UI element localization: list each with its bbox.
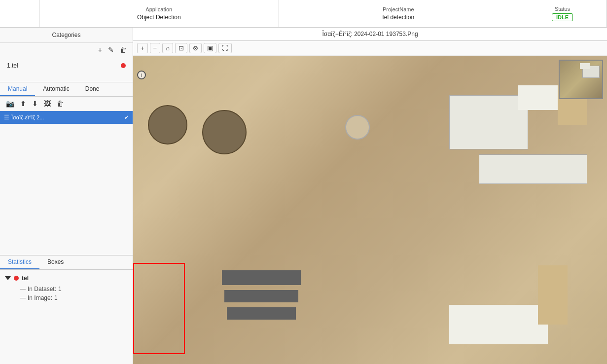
list-icon: ☰ (4, 114, 9, 121)
category-color-dot (121, 63, 126, 68)
app-value: Object Detection (137, 14, 181, 21)
detection-bbox (133, 263, 185, 354)
status-col: Status IDLE (518, 0, 607, 27)
project-value: tel detection (382, 14, 414, 21)
in-image-value: 1 (54, 294, 58, 301)
category-index: 1. (7, 62, 12, 69)
delete-category-button[interactable]: 🗑 (118, 45, 129, 55)
in-dataset-value: 1 (58, 286, 62, 292)
fullscreen-button[interactable]: ⛶ (218, 43, 232, 53)
categories-body: 1. tel (0, 57, 133, 82)
building-main (449, 95, 528, 149)
checkmark-icon: ✓ (124, 114, 129, 121)
statistics-section: Statistics Boxes tel In Dataset: 1 In Im… (0, 255, 133, 364)
image-title-bar: Ĭσαĭζ−Ēĭ°ĭζ: 2024-02-01 193753.Png (133, 28, 607, 41)
annotation-name: Ĭσαĭζ-εĭ°ĭζ 2... (11, 114, 44, 120)
building-long (479, 154, 587, 184)
app-label: Application (145, 6, 172, 12)
stats-tab-boxes[interactable]: Boxes (39, 255, 71, 269)
categories-title: Categories (52, 32, 80, 38)
home-button[interactable]: ⌂ (162, 43, 173, 53)
application-col: Application Object Detection (39, 0, 279, 27)
download-btn[interactable]: ⬇ (30, 99, 40, 109)
camera-btn[interactable]: 📷 (4, 99, 16, 109)
thumbnail-overlay (559, 60, 603, 99)
categories-header: Categories (0, 28, 133, 43)
stats-category-name: tel (22, 275, 29, 282)
image-canvas-area[interactable]: i (133, 56, 607, 364)
tab-manual[interactable]: Manual (0, 82, 35, 96)
circle-center (202, 110, 247, 154)
header-bar: Application Object Detection ProjectName… (0, 0, 607, 28)
image-toolbar: + − ⌂ ⊡ ⊗ ▣ ⛶ (133, 41, 607, 56)
image-btn[interactable]: 🖼 (42, 99, 53, 109)
annotation-toolbar: 📷 ⬆ ⬇ 🖼 🗑 (0, 97, 133, 111)
category-item[interactable]: 1. tel (2, 59, 131, 72)
categories-toolbar: + ✎ 🗑 (0, 43, 133, 57)
category-name: tel (12, 62, 18, 69)
left-panel: Categories + ✎ 🗑 1. tel Manual Automatic… (0, 28, 133, 364)
stats-category-row: tel (5, 275, 128, 282)
stats-body: tel In Dataset: 1 In Image: 1 (0, 270, 133, 364)
thumb-building-2 (580, 63, 590, 69)
select-button[interactable]: ▣ (204, 43, 216, 53)
annotation-section: Manual Automatic Done 📷 ⬆ ⬇ 🖼 🗑 ☰ Ĭσαĭζ-… (0, 82, 133, 255)
edit-category-button[interactable]: ✎ (106, 45, 116, 55)
stats-details: In Dataset: 1 In Image: 1 (5, 286, 128, 301)
info-overlay: i (137, 71, 146, 79)
image-viewer: Ĭσαĭζ−Ēĭ°ĭζ: 2024-02-01 193753.Png + − ⌂… (133, 28, 607, 364)
expand-icon (5, 276, 11, 280)
main-layout: Categories + ✎ 🗑 1. tel Manual Automatic… (0, 28, 607, 364)
image-title: Ĭσαĭζ−Ēĭ°ĭζ: 2024-02-01 193753.Png (322, 31, 418, 37)
tab-done[interactable]: Done (77, 82, 107, 96)
thumbnail-image (560, 61, 602, 98)
stats-image-row: In Image: 1 (20, 294, 128, 301)
building-bottom-right (449, 305, 548, 344)
zoom-in-button[interactable]: + (137, 43, 148, 53)
annotation-tab-bar: Manual Automatic Done (0, 82, 133, 97)
vehicles-row (222, 270, 301, 285)
zoom-out-button[interactable]: − (150, 43, 161, 53)
satellite-dish (345, 115, 370, 140)
vehicles-row-3 (227, 307, 296, 320)
vehicles-row-2 (224, 290, 298, 302)
trash-btn[interactable]: 🗑 (55, 99, 66, 109)
building-annex (518, 85, 558, 110)
in-dataset-label: In Dataset: (28, 286, 56, 292)
upload-btn[interactable]: ⬆ (18, 99, 28, 109)
fit-button[interactable]: ⊡ (175, 43, 187, 53)
categories-section: Categories + ✎ 🗑 1. tel (0, 28, 133, 82)
circle-left (148, 105, 187, 145)
annotation-item[interactable]: ☰ Ĭσαĭζ-εĭ°ĭζ 2... ✓ (0, 111, 133, 124)
add-category-button[interactable]: + (96, 45, 104, 55)
project-col: ProjectName tel detection (279, 0, 519, 27)
stats-color-dot (14, 276, 19, 281)
road-marking (538, 265, 568, 325)
status-label: Status (555, 6, 570, 12)
tab-automatic[interactable]: Automatic (35, 82, 77, 96)
lock-button[interactable]: ⊗ (189, 43, 202, 53)
status-badge: IDLE (552, 13, 573, 21)
annotation-list: ☰ Ĭσαĭζ-εĭ°ĭζ 2... ✓ (0, 111, 133, 255)
stats-tab-bar: Statistics Boxes (0, 255, 133, 270)
aerial-image: i (133, 56, 607, 364)
project-label: ProjectName (383, 6, 414, 12)
stats-tab-statistics[interactable]: Statistics (0, 255, 39, 269)
stats-dataset-row: In Dataset: 1 (20, 286, 128, 292)
in-image-label: In Image: (28, 294, 52, 301)
